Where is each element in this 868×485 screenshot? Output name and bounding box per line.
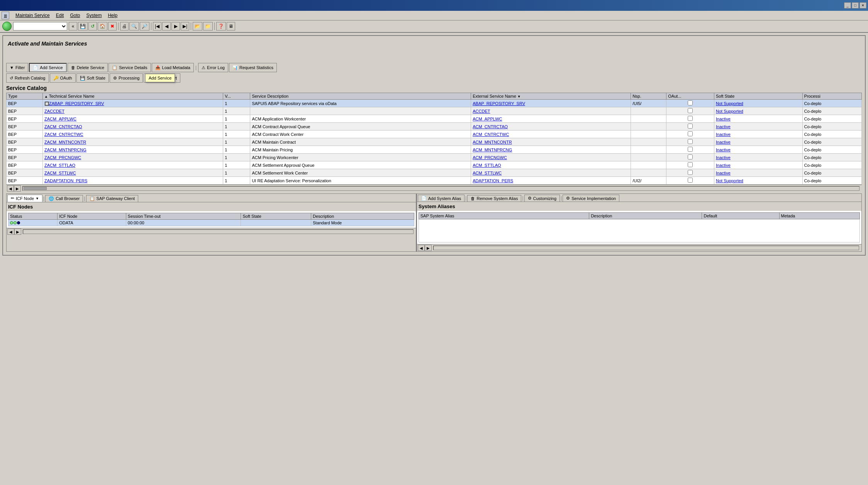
minimize-button[interactable]: _	[844, 2, 851, 8]
save-btn[interactable]: 💾	[78, 22, 88, 31]
techname-cell[interactable]: ZACM_STTLAQ	[42, 161, 223, 169]
external-name-cell[interactable]: ACCDET	[471, 107, 631, 115]
left-scroll-right[interactable]: ▶	[14, 229, 21, 235]
tab-icf-node[interactable]: ✏ ICF Node ▼	[7, 195, 42, 202]
menu-system[interactable]: System	[86, 13, 102, 18]
command-dropdown[interactable]	[13, 22, 67, 31]
col-techname[interactable]: ▲ Technical Service Name	[42, 93, 223, 100]
table-row[interactable]: BEPZACM_STTLWC1ACM Settlement Work Cente…	[7, 169, 862, 177]
prev-btn[interactable]: ◀	[162, 22, 171, 31]
table-row[interactable]: BEPZACM_APPLWC1ACM Application Workcente…	[7, 115, 862, 123]
tab-customizing[interactable]: ⚙ Customizing	[524, 195, 560, 202]
col-version[interactable]: V...	[223, 93, 250, 100]
oauth-cell[interactable]	[666, 161, 714, 169]
menu-maintain-service[interactable]: Maintain Service	[15, 13, 50, 18]
scroll-left-btn[interactable]: ◀	[7, 185, 14, 192]
table-row[interactable]: BEPZACM_MNTNCONTR1ACM Maintain ContractA…	[7, 138, 862, 146]
menu-goto[interactable]: Goto	[70, 13, 80, 18]
request-statistics-button[interactable]: 📊 Request Statistics	[229, 63, 277, 72]
table-row[interactable]: BEPZACM_PRCNGWC1ACM Pricing WorkcenterAC…	[7, 154, 862, 161]
alias-col-alias[interactable]: SAP System Alias	[419, 213, 589, 219]
right-scroll-left[interactable]: ◀	[418, 245, 425, 251]
table-row[interactable]: BEPZACM_CNTRCTWC1ACM Contract Work Cente…	[7, 131, 862, 138]
table-row[interactable]: BEPZACM_CNTRCTAQ1ACM Contract Approval Q…	[7, 123, 862, 131]
right-pane-hscroll[interactable]: ◀ ▶	[417, 244, 861, 251]
right-hscroll-track[interactable]	[433, 246, 859, 250]
external-name-cell[interactable]: ACM_MNTNPRCNG	[471, 146, 631, 154]
oauth-cell[interactable]	[666, 123, 714, 131]
tab-service-impl[interactable]: ⚙ Service Implementation	[563, 195, 619, 202]
external-name-cell[interactable]: ACM_STTLWC	[471, 169, 631, 177]
help-btn[interactable]: ❓	[216, 22, 226, 31]
stop-btn[interactable]: ✖	[108, 22, 117, 31]
techname-cell[interactable]: ZACM_CNTRCTAQ	[42, 123, 223, 131]
first-btn[interactable]: |◀	[153, 22, 161, 31]
techname-cell[interactable]: ZACM_MNTNPRCNG	[42, 146, 223, 154]
find2-btn[interactable]: 🔎	[140, 22, 149, 31]
left-scroll-left[interactable]: ◀	[7, 229, 14, 235]
techname-cell[interactable]: ZACM_STTLWC	[42, 169, 223, 177]
processing-button[interactable]: ⚙ Processing	[110, 73, 143, 83]
left-hscroll-track[interactable]	[23, 229, 414, 234]
oauth-cell[interactable]	[666, 138, 714, 146]
load-metadata-button[interactable]: 📥 Load Metadata	[152, 63, 194, 72]
external-name-cell[interactable]: ACM_STTLAQ	[471, 161, 631, 169]
alias-col-default[interactable]: Default	[702, 213, 779, 219]
oauth-cell[interactable]	[666, 146, 714, 154]
techname-cell[interactable]: ZADAPTATION_PERS	[42, 177, 223, 185]
external-name-cell[interactable]: ACM_MNTNCONTR	[471, 138, 631, 146]
oauth-cell[interactable]	[666, 131, 714, 138]
icf-col-softstate[interactable]: Soft State	[241, 213, 311, 220]
hscroll-track[interactable]	[22, 186, 860, 191]
icf-col-status[interactable]: Status	[8, 213, 58, 220]
techname-cell[interactable]: ZACCDET	[42, 107, 223, 115]
tab-remove-alias[interactable]: 🗑 Remove System Alias	[467, 195, 521, 202]
table-row[interactable]: BEP🔲ZABAP_REPOSITORY_SRV1SAPUI5 ABAP Rep…	[7, 100, 862, 107]
service-details-button[interactable]: 📋 Service Details	[108, 63, 151, 72]
refresh-btn[interactable]: ↺	[88, 22, 97, 31]
right-scroll-right[interactable]: ▶	[425, 245, 432, 251]
external-name-cell[interactable]: ABAP_REPOSITORY_SRV	[471, 100, 631, 107]
nav-back-btn[interactable]: «	[69, 22, 77, 31]
scroll-right-btn[interactable]: ▶	[14, 185, 21, 192]
error-log-button[interactable]: ⚠ Error Log	[198, 63, 228, 72]
oauth-cell[interactable]	[666, 107, 714, 115]
table-row[interactable]: BEPZACM_STTLAQ1ACM Settlement Approval Q…	[7, 161, 862, 169]
tab-add-alias[interactable]: 📄 Add System Alias	[418, 195, 465, 202]
icf-row[interactable]: ODATA 00:00:00 Standard Mode	[8, 220, 414, 226]
techname-cell[interactable]: 🔲ZABAP_REPOSITORY_SRV	[42, 100, 223, 107]
alias-col-metadata[interactable]: Metada	[779, 213, 860, 219]
col-softstate[interactable]: Soft State	[714, 93, 802, 100]
oauth-cell[interactable]	[666, 115, 714, 123]
col-type[interactable]: Type	[7, 93, 43, 100]
col-externalname[interactable]: External Service Name ▼	[471, 93, 631, 100]
external-name-cell[interactable]: ACM_CNTRCTAQ	[471, 123, 631, 131]
external-name-cell[interactable]: ACM_APPLWC	[471, 115, 631, 123]
techname-cell[interactable]: ZACM_PRCNGWC	[42, 154, 223, 161]
external-name-cell[interactable]: ACM_PRCNGWC	[471, 154, 631, 161]
external-name-cell[interactable]: ADAPTATION_PERS	[471, 177, 631, 185]
next-btn[interactable]: ▶	[171, 22, 180, 31]
delete-service-button[interactable]: 🗑 Delete Service	[68, 63, 108, 72]
external-name-cell[interactable]: ACM_CNTRCTWC	[471, 131, 631, 138]
oauth-cell[interactable]	[666, 177, 714, 185]
table-row[interactable]: BEPZADAPTATION_PERS1UI RE Adaptation Ser…	[7, 177, 862, 185]
icf-col-session[interactable]: Session Time-out	[126, 213, 241, 220]
oauth-button[interactable]: 🔑 OAuth	[50, 73, 76, 83]
last-btn[interactable]: ▶|	[181, 22, 189, 31]
left-pane-hscroll[interactable]: ◀ ▶	[7, 228, 416, 235]
filter-button[interactable]: ▼ Filter	[6, 63, 28, 72]
oauth-cell[interactable]	[666, 169, 714, 177]
menu-help[interactable]: Help	[108, 13, 117, 18]
techname-cell[interactable]: ZACM_CNTRCTWC	[42, 131, 223, 138]
table-row[interactable]: BEPZACCDET1ACCDETNot SupportedCo-deplo	[7, 107, 862, 115]
techname-cell[interactable]: ZACM_MNTNCONTR	[42, 138, 223, 146]
soft-state-button[interactable]: 💾 Soft State	[76, 73, 109, 83]
col-oauth[interactable]: OAut...	[666, 93, 714, 100]
oauth-cell[interactable]	[666, 154, 714, 161]
tab-sap-gateway[interactable]: 📋 SAP Gateway Client	[86, 195, 138, 202]
table-row[interactable]: BEPZACM_MNTNPRCNG1ACM Maintain PricingAC…	[7, 146, 862, 154]
customize-btn[interactable]: 🖥	[227, 22, 235, 31]
add-service-button[interactable]: 📄 Add Service	[29, 63, 66, 72]
refresh-catalog-button[interactable]: ↺ Refresh Catalog	[6, 73, 49, 83]
